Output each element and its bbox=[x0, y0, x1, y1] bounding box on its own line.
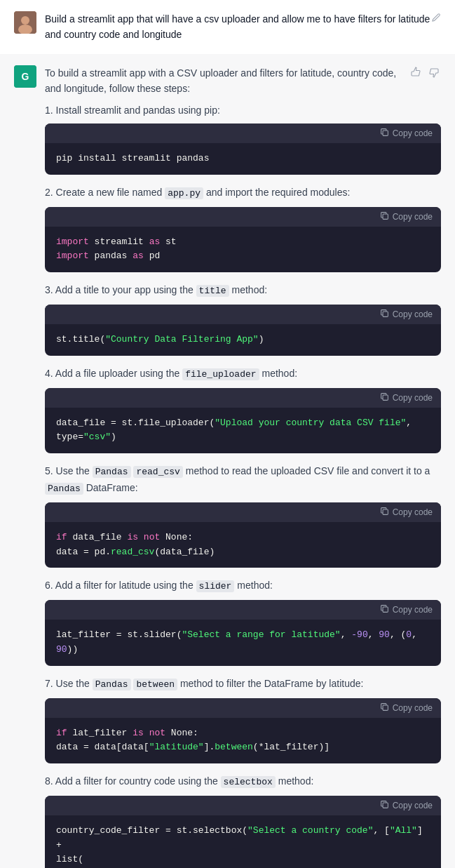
svg-rect-5 bbox=[383, 131, 388, 135]
step-7-text: 7. Use the Pandas between method to filt… bbox=[45, 676, 441, 693]
code-body-3: st.title("Country Data Filtering App") bbox=[45, 324, 441, 356]
code-header-1: Copy code bbox=[45, 123, 441, 143]
step-6-text: 6. Add a filter for latitude using the s… bbox=[45, 577, 441, 594]
code-body-5: if data_file is not None: data = pd.read… bbox=[45, 522, 441, 568]
copy-label-7: Copy code bbox=[393, 703, 433, 713]
code-block-2: Copy code import streamlit as st import … bbox=[45, 207, 441, 273]
code-block-3: Copy code st.title("Country Data Filteri… bbox=[45, 305, 441, 356]
copy-button-7[interactable]: Copy code bbox=[380, 702, 433, 714]
copy-label-3: Copy code bbox=[393, 309, 433, 319]
thumbs-up-button[interactable] bbox=[409, 65, 423, 81]
copy-icon-3 bbox=[380, 309, 389, 320]
code-header-6: Copy code bbox=[45, 600, 441, 620]
assistant-message-actions bbox=[409, 65, 441, 81]
step-2: 2. Create a new file named app.py and im… bbox=[45, 185, 441, 272]
step-8-inline-code: selectbox bbox=[221, 776, 276, 788]
step-6-number: 6. bbox=[45, 580, 55, 591]
step-7-number: 7. bbox=[45, 678, 56, 689]
svg-rect-6 bbox=[383, 214, 388, 219]
assistant-intro: To build a streamlit app with a CSV uplo… bbox=[45, 65, 409, 97]
step-2-desc-before: Create a new file named bbox=[56, 187, 165, 198]
step-7: 7. Use the Pandas between method to filt… bbox=[45, 676, 441, 763]
copy-label-8: Copy code bbox=[393, 801, 433, 810]
copy-icon-2 bbox=[380, 211, 389, 222]
step-8-desc-before: Add a filter for country code using the bbox=[55, 775, 221, 787]
step-5-number: 5. bbox=[45, 465, 56, 476]
step-4-number: 4. bbox=[45, 368, 55, 379]
user-message-text: Build a streamlit app that will have a c… bbox=[45, 11, 431, 43]
step-6-desc-after: method: bbox=[234, 580, 272, 591]
svg-rect-11 bbox=[383, 705, 388, 710]
step-4-desc-after: method: bbox=[259, 368, 297, 379]
thumbs-down-button[interactable] bbox=[427, 65, 441, 81]
code-header-4: Copy code bbox=[45, 388, 441, 408]
step-7-inline-code-1: Pandas bbox=[93, 679, 131, 690]
code-block-1: Copy code pip install streamlit pandas bbox=[45, 123, 441, 175]
copy-button-2[interactable]: Copy code bbox=[380, 211, 433, 222]
step-3-inline-code: title bbox=[196, 285, 229, 297]
step-3-desc-after: method: bbox=[229, 284, 267, 295]
code-body-2: import streamlit as st import pandas as … bbox=[45, 227, 441, 273]
edit-icon[interactable] bbox=[431, 11, 441, 27]
code-block-4: Copy code data_file = st.file_uploader("… bbox=[45, 388, 441, 454]
user-avatar bbox=[14, 11, 36, 34]
svg-rect-10 bbox=[383, 607, 388, 612]
code-body-8: country_code_filter = st.selectbox("Sele… bbox=[45, 815, 441, 868]
copy-button-1[interactable]: Copy code bbox=[380, 128, 433, 139]
step-5: 5. Use the Pandas read_csv method to rea… bbox=[45, 463, 441, 568]
svg-text:G: G bbox=[22, 71, 29, 82]
copy-button-8[interactable]: Copy code bbox=[380, 800, 433, 811]
step-6-inline-code: slider bbox=[196, 580, 235, 592]
svg-rect-9 bbox=[383, 509, 388, 514]
code-body-7: if lat_filter is not None: data = data[d… bbox=[45, 718, 441, 764]
code-block-8: Copy code country_code_filter = st.selec… bbox=[45, 796, 441, 868]
step-4-inline-code: file_uploader bbox=[182, 368, 259, 380]
code-header-8: Copy code bbox=[45, 796, 441, 815]
step-8-number: 8. bbox=[45, 775, 55, 787]
step-6: 6. Add a filter for latitude using the s… bbox=[45, 577, 441, 665]
step-1: 1. Install streamlit and pandas using pi… bbox=[45, 102, 441, 175]
step-8-desc-after: method: bbox=[276, 775, 313, 787]
step-1-text: 1. Install streamlit and pandas using pi… bbox=[45, 102, 441, 118]
copy-label-6: Copy code bbox=[393, 605, 433, 615]
copy-label-4: Copy code bbox=[393, 393, 433, 403]
step-3: 3. Add a title to your app using the tit… bbox=[45, 282, 441, 356]
assistant-avatar: G bbox=[14, 65, 36, 88]
code-body-1: pip install streamlit pandas bbox=[45, 143, 441, 175]
copy-button-4[interactable]: Copy code bbox=[380, 392, 433, 403]
code-body-4: data_file = st.file_uploader("Upload you… bbox=[45, 408, 441, 454]
user-message-content: Build a streamlit app that will have a c… bbox=[45, 11, 441, 43]
user-message: Build a streamlit app that will have a c… bbox=[0, 0, 455, 54]
copy-button-3[interactable]: Copy code bbox=[380, 309, 433, 320]
step-4-text: 4. Add a file uploader using the file_up… bbox=[45, 366, 441, 382]
copy-icon-7 bbox=[380, 702, 389, 714]
step-3-desc-before: Add a title to your app using the bbox=[55, 284, 196, 295]
code-block-5: Copy code if data_file is not None: data… bbox=[45, 502, 441, 568]
step-4: 4. Add a file uploader using the file_up… bbox=[45, 366, 441, 453]
copy-icon-1 bbox=[380, 128, 389, 139]
code-header-7: Copy code bbox=[45, 698, 441, 718]
step-5-inline-code-1: Pandas bbox=[93, 466, 131, 478]
svg-rect-12 bbox=[383, 803, 388, 808]
code-header-3: Copy code bbox=[45, 305, 441, 324]
step-3-text: 3. Add a title to your app using the tit… bbox=[45, 282, 441, 299]
steps-list: 1. Install streamlit and pandas using pi… bbox=[45, 102, 441, 868]
code-line-1: pip install streamlit pandas bbox=[56, 153, 209, 163]
step-5-text: 5. Use the Pandas read_csv method to rea… bbox=[45, 463, 441, 497]
svg-point-1 bbox=[21, 16, 29, 25]
copy-icon-6 bbox=[380, 604, 389, 615]
copy-icon-4 bbox=[380, 392, 389, 403]
copy-button-5[interactable]: Copy code bbox=[380, 507, 433, 518]
step-1-desc: Install streamlit and pandas using pip: bbox=[56, 105, 220, 116]
step-6-desc-before: Add a filter for latitude using the bbox=[55, 580, 196, 591]
step-5-inline-code-2: read_csv bbox=[133, 466, 182, 478]
step-5-desc-end: DataFrame: bbox=[83, 482, 138, 493]
step-2-desc-after: and import the required modules: bbox=[203, 187, 350, 198]
step-7-desc-after: method to filter the DataFrame by latitu… bbox=[177, 678, 363, 689]
step-2-inline-code: app.py bbox=[165, 187, 203, 199]
step-7-desc-before: Use the bbox=[56, 678, 93, 689]
copy-label-5: Copy code bbox=[393, 507, 433, 517]
step-5-inline-code-3: Pandas bbox=[45, 483, 83, 495]
copy-button-6[interactable]: Copy code bbox=[380, 604, 433, 615]
step-2-text: 2. Create a new file named app.py and im… bbox=[45, 185, 441, 201]
